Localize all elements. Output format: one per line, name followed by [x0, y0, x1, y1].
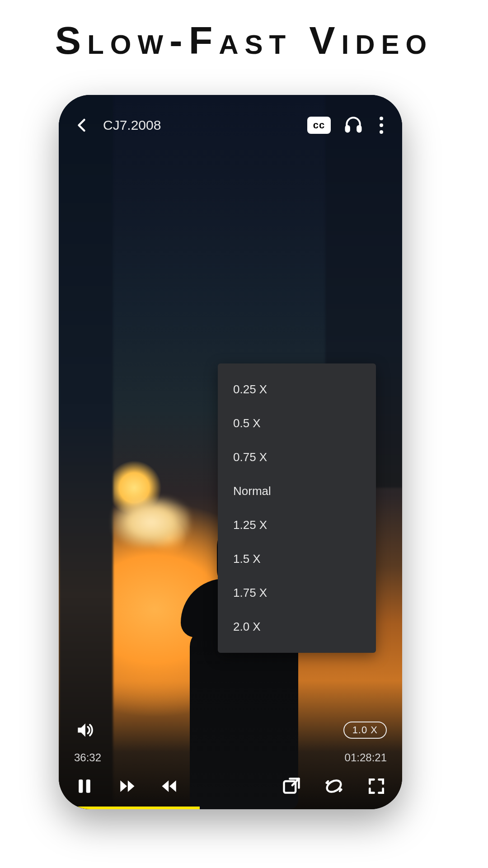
- captions-button[interactable]: cc: [307, 115, 331, 136]
- fullscreen-button[interactable]: [366, 776, 387, 797]
- phone-mockup: CJ7.2008 cc 0.25 X 0.5 X 0.75 X Normal 1…: [59, 95, 402, 809]
- svg-rect-2: [79, 779, 83, 793]
- pause-button[interactable]: [74, 776, 95, 797]
- back-button[interactable]: [74, 115, 90, 136]
- external-window-icon: [282, 776, 301, 796]
- speed-option[interactable]: 1.25 X: [218, 508, 376, 542]
- speed-option[interactable]: 1.5 X: [218, 542, 376, 576]
- speed-option[interactable]: 0.75 X: [218, 440, 376, 474]
- headphones-icon: [343, 114, 363, 136]
- svg-rect-3: [86, 779, 90, 793]
- rewind-button[interactable]: [159, 776, 180, 797]
- fast-forward-button[interactable]: [117, 776, 137, 797]
- player-controls: 1.0 X 36:32 01:28:21: [59, 720, 402, 809]
- elapsed-time: 36:32: [74, 751, 101, 764]
- progress-bar[interactable]: [59, 807, 402, 809]
- rotate-icon: [324, 776, 344, 796]
- playback-speed-menu: 0.25 X 0.5 X 0.75 X Normal 1.25 X 1.5 X …: [218, 363, 376, 653]
- fullscreen-icon: [366, 776, 386, 796]
- more-vert-icon: [380, 117, 383, 120]
- page-title: Slow-Fast Video: [55, 18, 433, 63]
- svg-rect-0: [346, 126, 349, 132]
- more-button[interactable]: [376, 115, 387, 136]
- pause-icon: [75, 776, 94, 796]
- fast-forward-icon: [117, 776, 137, 796]
- audio-button[interactable]: [343, 115, 363, 136]
- speed-option[interactable]: Normal: [218, 474, 376, 508]
- rewind-icon: [160, 776, 179, 796]
- pip-button[interactable]: [281, 776, 302, 797]
- speed-option[interactable]: 1.75 X: [218, 576, 376, 610]
- rotate-button[interactable]: [324, 776, 344, 797]
- cc-icon: cc: [307, 117, 331, 134]
- progress-fill: [59, 807, 200, 809]
- volume-icon: [75, 720, 94, 740]
- chevron-left-icon: [74, 117, 90, 133]
- video-title: CJ7.2008: [103, 118, 161, 133]
- speed-option[interactable]: 2.0 X: [218, 610, 376, 644]
- player-topbar: CJ7.2008 cc: [59, 110, 402, 140]
- speed-option[interactable]: 0.5 X: [218, 406, 376, 440]
- total-duration: 01:28:21: [345, 751, 387, 764]
- svg-rect-1: [357, 126, 361, 132]
- speed-pill[interactable]: 1.0 X: [343, 722, 387, 739]
- volume-button[interactable]: [74, 720, 95, 741]
- speed-option[interactable]: 0.25 X: [218, 373, 376, 406]
